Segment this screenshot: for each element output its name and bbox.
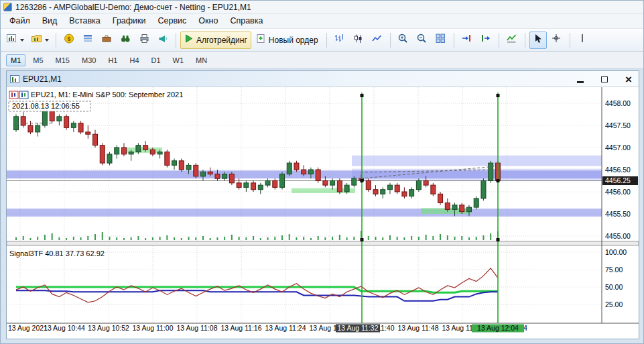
selection-handle[interactable] [361, 238, 364, 241]
search-button[interactable] [117, 32, 134, 49]
toolbar-separator [56, 33, 56, 48]
menu-bar: ФайлВидВставкаГрафикиСервисОкноСправка [1, 14, 643, 29]
bars-mode-button[interactable] [331, 32, 348, 49]
window-title: 1263286 - AMPGlobalEU-Demo: Демо-счет - … [15, 3, 251, 12]
toolbar-separator [454, 33, 454, 48]
selection-handle[interactable] [361, 94, 364, 97]
chart-window-icon [10, 75, 19, 83]
new-order-icon [255, 33, 267, 47]
selection-handle[interactable] [361, 179, 364, 182]
print-button[interactable] [135, 32, 153, 49]
svg-text:100.00: 100.00 [605, 248, 627, 256]
svg-text:13 Aug 10:52: 13 Aug 10:52 [88, 324, 129, 332]
toolbar-separator [499, 33, 499, 48]
minimize-button[interactable] [577, 81, 584, 83]
profiles-button[interactable] [28, 32, 52, 49]
timeframe-M1[interactable]: M1 [6, 54, 25, 66]
symbol-icon [19, 91, 28, 99]
timeframe-bar: M1M5M15M30H1H4D1W1MN [1, 52, 643, 69]
chart-shift-button[interactable] [477, 32, 495, 49]
alerts-button[interactable] [154, 32, 172, 49]
toolbar-separator [326, 33, 327, 48]
megaphone-icon [157, 33, 169, 47]
panel-separator[interactable] [7, 241, 639, 245]
timeframe-MN[interactable]: MN [191, 54, 212, 66]
candles-mode-button[interactable] [350, 32, 367, 49]
restore-button[interactable] [601, 76, 608, 82]
svg-text:13 Aug 11:00: 13 Aug 11:00 [132, 324, 173, 332]
timeframe-M5[interactable]: M5 [28, 54, 48, 66]
cursor-button[interactable] [529, 32, 547, 49]
svg-text:13 Aug 12:04: 13 Aug 12:04 [477, 324, 519, 332]
crosshair-icon [551, 33, 562, 47]
selection-handle[interactable] [497, 179, 500, 182]
application-window: 1263286 - AMPGlobalEU-Demo: Демо-счет - … [0, 0, 644, 344]
new-chart-icon [6, 33, 17, 47]
menu-item-Окно[interactable]: Окно [192, 14, 224, 28]
crosshair-button[interactable] [548, 32, 566, 49]
timeframe-M30[interactable]: M30 [77, 54, 101, 66]
vertical-line-tool-button[interactable] [574, 32, 592, 49]
svg-text:4456.00: 4456.00 [605, 188, 631, 196]
zoom-in-button[interactable] [395, 32, 412, 49]
quotes-button[interactable]: $ [60, 32, 78, 49]
toolbox-button[interactable] [98, 32, 115, 49]
chart-client-area: 4458.004457.504457.004456.504456.004455.… [7, 87, 639, 339]
new-chart-button[interactable] [3, 32, 27, 49]
indicator-label: Signal3TF 40.81 37.73 62.92 [9, 249, 105, 257]
algo-trading-button[interactable]: Алготрейдинг [180, 32, 251, 49]
tile-windows-icon [435, 33, 446, 47]
menu-item-Справка[interactable]: Справка [224, 14, 269, 28]
close-button[interactable]: × [625, 74, 632, 85]
svg-text:13 Aug 11:16: 13 Aug 11:16 [220, 324, 261, 332]
zoom-out-button[interactable] [413, 32, 431, 49]
toolbar: $ Алготрейдинг Новый ордер [1, 29, 643, 52]
svg-text:$: $ [67, 36, 70, 42]
toolbar-separator [176, 33, 176, 48]
tile-windows-button[interactable] [432, 32, 450, 49]
line-chart-icon [371, 33, 383, 47]
titlebar: 1263286 - AMPGlobalEU-Demo: Демо-счет - … [1, 1, 643, 14]
timeframe-H1[interactable]: H1 [103, 54, 122, 66]
timeframe-M15[interactable]: M15 [51, 54, 74, 66]
market-depth-button[interactable] [79, 32, 96, 49]
timeframe-W1[interactable]: W1 [168, 54, 189, 66]
svg-text:13 Aug 2021: 13 Aug 2021 [8, 324, 48, 332]
menu-item-Сервис[interactable]: Сервис [152, 14, 193, 28]
binoculars-icon [120, 33, 131, 47]
svg-text:75.00: 75.00 [605, 266, 623, 274]
menu-item-Вставка[interactable]: Вставка [63, 14, 106, 28]
toolbox-icon [101, 33, 113, 47]
svg-text:50.00: 50.00 [605, 283, 623, 291]
bars-chart-icon [334, 33, 345, 47]
mdi-controls: × [577, 71, 632, 87]
svg-text:4457.00: 4457.00 [605, 144, 631, 152]
toolbar-separator [525, 33, 525, 48]
line-mode-button[interactable] [369, 32, 386, 49]
arrow-to-end-icon [461, 33, 472, 47]
svg-text:25.00: 25.00 [605, 300, 623, 308]
vertical-line-icon [577, 33, 588, 47]
selection-handle[interactable] [497, 94, 500, 97]
timeframe-D1[interactable]: D1 [147, 54, 166, 66]
indicators-button[interactable] [503, 32, 521, 49]
chart-window: EPU21,M1 × 4458.004457.504457.004456.504… [6, 70, 639, 339]
svg-text:13 Aug 11:08: 13 Aug 11:08 [176, 324, 217, 332]
algo-trading-label: Алготрейдинг [196, 36, 249, 45]
cursor-arrow-icon [532, 33, 543, 47]
scroll-to-end-button[interactable] [458, 32, 476, 49]
symbol-icon [9, 91, 18, 99]
new-order-button[interactable]: Новый ордер [253, 32, 322, 49]
menu-item-Файл[interactable]: Файл [3, 14, 36, 28]
chart-canvas[interactable]: 4458.004457.504457.004456.504456.004455.… [7, 87, 639, 339]
chart-window-titlebar[interactable]: EPU21,M1 × [7, 71, 639, 87]
selection-handle[interactable] [497, 238, 500, 241]
timeframe-H4[interactable]: H4 [125, 54, 143, 66]
menu-item-Вид[interactable]: Вид [36, 14, 64, 28]
menu-item-Графики[interactable]: Графики [107, 14, 152, 28]
symbol-header: EPU21, M1: E-Mini S&P 500: September 202… [31, 91, 183, 99]
toolbar-separator [390, 33, 391, 48]
printer-icon [139, 33, 150, 47]
new-order-label: Новый ордер [269, 36, 320, 45]
dollar-icon: $ [64, 33, 75, 47]
